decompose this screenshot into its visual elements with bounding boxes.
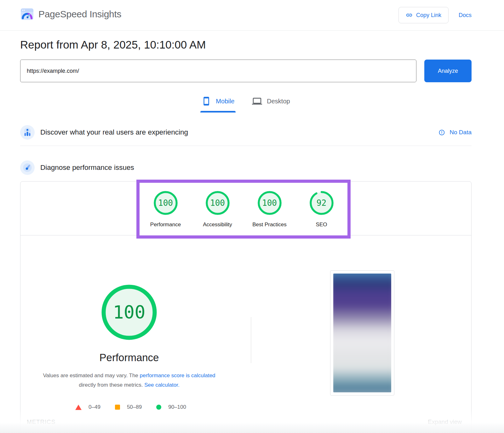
- section-divider: [20, 146, 472, 146]
- disclaimer-text: directly from these metrics.: [79, 382, 144, 388]
- disclaimer-text: Values are estimated and may vary. The: [43, 372, 140, 378]
- info-icon: [438, 129, 445, 136]
- category-scores-highlight: 100 Performance 100 Accessibility: [136, 180, 351, 239]
- best-practices-score-label: Best Practices: [252, 222, 287, 228]
- performance-score-value: 100: [154, 191, 178, 215]
- performance-main-gauge: 100: [101, 285, 157, 340]
- best-practices-score-gauge: 100: [258, 191, 282, 215]
- lab-data-title: Diagnose performance issues: [40, 164, 134, 172]
- legend-average: 50–89: [115, 404, 142, 410]
- diagnose-gauge-icon: [20, 160, 35, 175]
- pass-circle-icon: [156, 405, 161, 410]
- real-users-icon: [20, 125, 35, 140]
- url-form: Analyze: [20, 60, 472, 82]
- score-item-seo[interactable]: 92 SEO: [295, 191, 347, 228]
- analyze-button[interactable]: Analyze: [424, 60, 472, 82]
- url-input[interactable]: [20, 60, 416, 82]
- seo-score-value: 92: [310, 191, 334, 215]
- lighthouse-report-card: 100 Performance 100 Accessibility: [20, 181, 472, 433]
- score-item-accessibility[interactable]: 100 Accessibility: [192, 191, 243, 228]
- seo-score-label: SEO: [316, 222, 327, 228]
- active-tab-indicator: [200, 111, 236, 113]
- field-data-section-header: Discover what your real users are experi…: [20, 125, 472, 140]
- best-practices-score-value: 100: [258, 191, 282, 215]
- screenshot-frame: [333, 274, 391, 392]
- page-screenshot-thumbnail[interactable]: [330, 270, 394, 395]
- score-item-best-practices[interactable]: 100 Best Practices: [243, 191, 295, 228]
- performance-score-gauge: 100: [154, 191, 178, 215]
- laptop-icon: [252, 96, 262, 106]
- score-legend: 0–49 50–89 90–100: [20, 404, 241, 410]
- accessibility-score-label: Accessibility: [203, 222, 232, 228]
- no-data-label: No Data: [450, 129, 472, 136]
- device-tabs: Mobile Desktop: [20, 95, 472, 113]
- pagespeed-logo-icon: [20, 8, 34, 20]
- lab-data-section-header: Diagnose performance issues: [20, 160, 472, 175]
- pagespeed-insights-page: PageSpeed Insights Copy Link Docs Report…: [0, 0, 504, 433]
- calc-link-1[interactable]: performance score is calculated: [140, 372, 215, 378]
- tab-mobile[interactable]: Mobile: [200, 95, 236, 113]
- docs-link[interactable]: Docs: [459, 7, 472, 23]
- metrics-section-label: METRICS: [27, 419, 55, 425]
- legend-pass-range: 90–100: [168, 404, 186, 410]
- accessibility-score-value: 100: [206, 191, 230, 215]
- average-square-icon: [115, 405, 120, 410]
- calc-link-2[interactable]: See calculator.: [144, 382, 180, 388]
- legend-fail-range: 0–49: [89, 404, 100, 410]
- copy-link-button[interactable]: Copy Link: [398, 7, 449, 23]
- link-icon: [406, 12, 413, 19]
- tab-mobile-label: Mobile: [216, 98, 234, 105]
- no-data-status[interactable]: No Data: [438, 129, 472, 136]
- tab-desktop[interactable]: Desktop: [251, 95, 291, 113]
- app-title: PageSpeed Insights: [38, 9, 121, 20]
- smartphone-icon: [202, 96, 211, 106]
- performance-main-label: Performance: [20, 352, 238, 364]
- copy-link-label: Copy Link: [416, 12, 441, 19]
- field-data-title: Discover what your real users are experi…: [40, 128, 188, 136]
- score-disclaimer: Values are estimated and may vary. The p…: [35, 371, 224, 390]
- expand-view-button[interactable]: Expand view: [428, 419, 462, 425]
- fail-triangle-icon: [75, 405, 82, 410]
- screenshot-image: [333, 274, 391, 392]
- report-title: Report from Apr 8, 2025, 10:10:00 AM: [20, 38, 206, 51]
- accessibility-score-gauge: 100: [206, 191, 230, 215]
- content-vertical-divider: [251, 317, 251, 363]
- legend-pass: 90–100: [156, 404, 186, 410]
- legend-average-range: 50–89: [127, 404, 142, 410]
- seo-score-gauge: 92: [310, 191, 334, 215]
- app-logo[interactable]: PageSpeed Insights: [20, 8, 121, 20]
- performance-score-label: Performance: [150, 222, 181, 228]
- app-header: PageSpeed Insights Copy Link Docs: [0, 0, 504, 31]
- performance-main-score: 100: [101, 285, 157, 340]
- legend-fail: 0–49: [75, 404, 100, 410]
- score-item-performance[interactable]: 100 Performance: [140, 191, 192, 228]
- tab-desktop-label: Desktop: [267, 98, 290, 105]
